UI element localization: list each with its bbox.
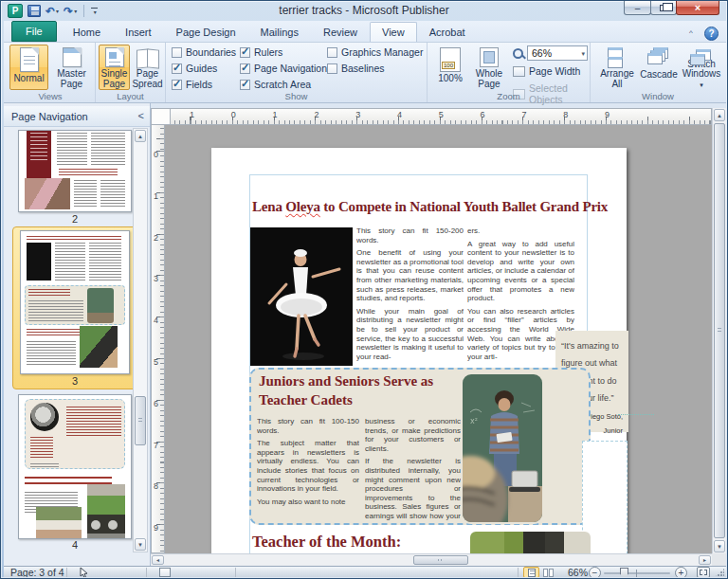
page-2-thumbnail[interactable] bbox=[18, 130, 132, 212]
story-1-headline[interactable]: Lena Oleya to Compete in National Youth … bbox=[252, 199, 617, 215]
help-button[interactable]: ? bbox=[704, 27, 719, 41]
zoom-out-button[interactable]: − bbox=[589, 567, 601, 577]
show-checkbox-row[interactable]: Page Navigation bbox=[240, 63, 327, 74]
checkbox-label: Fields bbox=[186, 79, 212, 90]
zoom-level-combobox[interactable]: 66%▾ bbox=[527, 45, 588, 61]
panel-scrollbar-thumb[interactable] bbox=[135, 396, 146, 445]
checkbox-icon[interactable] bbox=[240, 63, 250, 74]
window-group: Arrange All Cascade Switch Windows ▾ Win… bbox=[591, 43, 725, 102]
panel-scroll-down-icon[interactable]: ▼ bbox=[135, 538, 146, 551]
ruler-number: 9 bbox=[605, 109, 646, 124]
ribbon-tab[interactable]: Home bbox=[61, 22, 113, 42]
switch-windows-button[interactable]: Switch Windows ▾ bbox=[680, 45, 723, 90]
tab-label: Acrobat bbox=[429, 27, 465, 38]
ribbon-tab[interactable]: View bbox=[370, 22, 417, 42]
single-page-icon bbox=[105, 47, 124, 67]
show-checkbox-row[interactable]: Boundaries bbox=[172, 46, 236, 58]
resize-grip[interactable] bbox=[715, 569, 724, 577]
collapse-panel-icon[interactable]: < bbox=[138, 110, 144, 121]
vertical-scrollbar-thumb[interactable] bbox=[714, 123, 725, 538]
misspelled-word: Oleya bbox=[285, 199, 320, 214]
publisher-window: P ↶▾ ↷▾ ▾ terrier tracks - Microsoft Pub… bbox=[0, 0, 728, 579]
page-3-thumbnail-art bbox=[21, 231, 129, 373]
page-3-label[interactable]: 3 bbox=[18, 375, 132, 387]
horizontal-scrollbar-thumb[interactable] bbox=[413, 555, 468, 565]
cascade-button[interactable]: Cascade bbox=[640, 45, 678, 90]
checkbox-icon[interactable] bbox=[327, 63, 337, 74]
zoom-in-button[interactable]: + bbox=[675, 567, 687, 577]
two-page-view-button[interactable] bbox=[540, 567, 556, 577]
page-3-thumbnail[interactable] bbox=[20, 230, 130, 374]
body-paragraph: business or economic trends, or make pre… bbox=[365, 417, 461, 453]
show-checkbox-row[interactable]: Baselines bbox=[327, 63, 423, 74]
ribbon-tab[interactable]: Mailings bbox=[248, 22, 311, 42]
show-checkbox-row[interactable]: Rulers bbox=[240, 46, 327, 58]
checkbox-label: Guides bbox=[186, 63, 217, 74]
story-2-column-1[interactable]: This story can fit 100-150 words.The sub… bbox=[257, 417, 359, 523]
scroll-left-icon[interactable]: ◄ bbox=[152, 555, 164, 565]
single-page-button[interactable]: Single Page bbox=[99, 45, 130, 90]
zoom-slider-thumb[interactable] bbox=[620, 568, 628, 577]
panel-scrollbar[interactable]: ▲ ▼ bbox=[133, 128, 148, 552]
whole-page-button[interactable]: Whole Page bbox=[470, 45, 508, 90]
minimize-button[interactable]: – bbox=[624, 1, 651, 15]
page-indicator[interactable]: Page: 3 of 4 bbox=[10, 567, 64, 577]
show-checkbox-row[interactable]: Fields bbox=[172, 79, 236, 90]
zoom-percentage[interactable]: 66% bbox=[561, 567, 588, 577]
zoom-100-icon bbox=[440, 47, 461, 72]
ballerina-photo[interactable] bbox=[250, 227, 353, 366]
ribbon-tab[interactable]: Insert bbox=[113, 22, 164, 42]
arrange-all-button[interactable]: Arrange All bbox=[596, 45, 638, 90]
show-checkbox-column-1: BoundariesGuidesFields bbox=[172, 46, 236, 90]
checkbox-icon[interactable] bbox=[240, 80, 250, 90]
publication-page[interactable]: Lena Oleya to Compete in National Youth … bbox=[211, 148, 627, 553]
page-2-label[interactable]: 2 bbox=[18, 213, 132, 225]
chevron-down-icon[interactable]: ▾ bbox=[581, 50, 585, 58]
panel-scroll-up-icon[interactable]: ▲ bbox=[135, 130, 146, 142]
story-1-column-1[interactable]: This story can fit 150-200 words.One ben… bbox=[356, 226, 464, 369]
checkbox-label: Scratch Area bbox=[254, 79, 311, 90]
document-workspace: Lena Oleya to Compete in National Youth … bbox=[165, 125, 712, 553]
story-2-column-2[interactable]: business or economic trends, or make pre… bbox=[365, 417, 461, 523]
tab-label: Page Design bbox=[176, 27, 236, 38]
page-width-button[interactable]: Page Width bbox=[513, 65, 580, 77]
checkbox-icon[interactable] bbox=[172, 80, 182, 90]
teacher-of-month-photo[interactable] bbox=[470, 532, 591, 553]
story-2-headline[interactable]: Juniors and Seniors Serve as Teacher Cad… bbox=[259, 372, 472, 409]
zoom-100-button[interactable]: 100% bbox=[432, 45, 468, 90]
scroll-up-icon[interactable]: ▲ bbox=[714, 109, 725, 121]
two-page-spread-button[interactable]: Two-Page Spread bbox=[131, 45, 164, 90]
show-checkbox-row[interactable]: Graphics Manager bbox=[327, 46, 423, 58]
page-4-label[interactable]: 4 bbox=[18, 539, 132, 551]
object-position-icon[interactable] bbox=[159, 568, 171, 577]
single-page-view-button[interactable] bbox=[523, 567, 539, 577]
vertical-scrollbar[interactable]: ▲ ▼ bbox=[712, 108, 726, 553]
window-controls: – × bbox=[625, 1, 719, 15]
ruler-number: 2 bbox=[152, 233, 164, 275]
page-navigation-header: Page Navigation < bbox=[4, 106, 150, 127]
scroll-right-icon[interactable]: ► bbox=[699, 555, 711, 565]
maximize-button[interactable] bbox=[650, 1, 677, 15]
normal-view-button[interactable]: Normal bbox=[9, 45, 48, 90]
page-4-thumbnail[interactable] bbox=[18, 394, 132, 539]
show-checkbox-row[interactable]: Guides bbox=[172, 63, 236, 74]
checkbox-icon[interactable] bbox=[327, 47, 337, 58]
horizontal-scrollbar[interactable]: ◄ ► bbox=[151, 553, 712, 566]
checkbox-icon[interactable] bbox=[172, 63, 182, 74]
checkbox-icon[interactable] bbox=[240, 47, 250, 58]
scroll-down-icon[interactable]: ▼ bbox=[714, 540, 725, 552]
ribbon-tab[interactable]: Review bbox=[311, 22, 370, 42]
ribbon-tab[interactable]: Acrobat bbox=[417, 22, 478, 42]
close-button[interactable]: × bbox=[676, 1, 719, 15]
window-title: terrier tracks - Microsoft Publisher bbox=[1, 4, 727, 17]
ribbon-tab[interactable]: Page Design bbox=[164, 22, 248, 42]
ribbon-tab[interactable]: File bbox=[11, 21, 57, 42]
minimize-ribbon-icon[interactable]: ^ bbox=[684, 28, 698, 37]
master-page-button[interactable]: Master Page bbox=[51, 45, 92, 90]
body-paragraph: If the newsletter is distributed interna… bbox=[365, 457, 461, 523]
show-checkbox-row[interactable]: Scratch Area bbox=[240, 79, 327, 90]
teacher-cadet-photo[interactable]: x² bbox=[463, 374, 542, 522]
zoom-slider-track[interactable] bbox=[604, 572, 670, 574]
checkbox-icon[interactable] bbox=[172, 47, 182, 58]
fit-page-button[interactable] bbox=[697, 567, 710, 577]
